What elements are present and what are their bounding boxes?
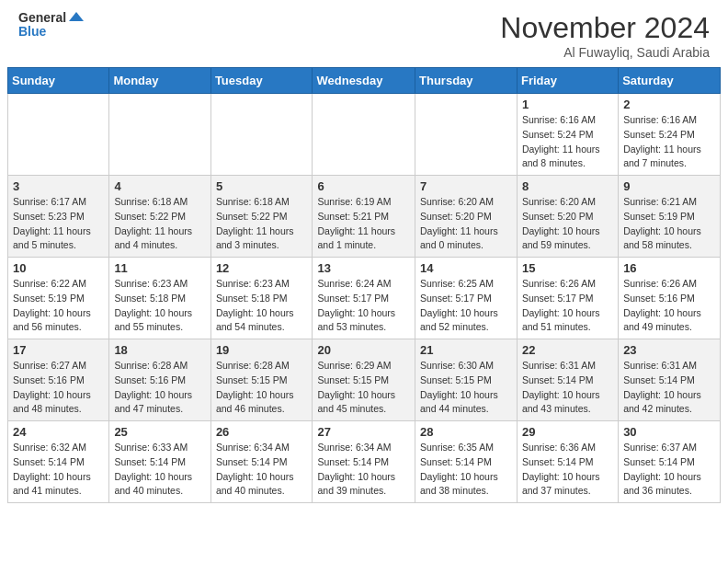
sunset-text: Sunset: 5:19 PM	[13, 293, 85, 304]
daylight-text: Daylight: 10 hours and 56 minutes.	[13, 307, 91, 333]
day-number: 9	[623, 179, 715, 193]
col-sunday: Sunday	[8, 68, 109, 94]
sunrise-text: Sunrise: 6:24 AM	[317, 278, 391, 289]
calendar-cell: 4 Sunrise: 6:18 AM Sunset: 5:22 PM Dayli…	[109, 176, 210, 258]
day-number: 1	[522, 98, 613, 111]
calendar-cell: 28 Sunrise: 6:35 AM Sunset: 5:14 PM Dayl…	[415, 421, 518, 503]
sunset-text: Sunset: 5:14 PM	[522, 456, 594, 467]
day-number: 20	[317, 343, 410, 357]
daylight-text: Daylight: 10 hours and 39 minutes.	[317, 471, 395, 497]
day-number: 23	[623, 343, 715, 357]
sunset-text: Sunset: 5:15 PM	[317, 374, 389, 385]
day-number: 12	[216, 261, 308, 275]
sunset-text: Sunset: 5:24 PM	[623, 129, 695, 140]
sunset-text: Sunset: 5:17 PM	[317, 293, 389, 304]
day-info: Sunrise: 6:26 AM Sunset: 5:16 PM Dayligh…	[623, 277, 715, 335]
day-info: Sunrise: 6:25 AM Sunset: 5:17 PM Dayligh…	[420, 277, 512, 335]
daylight-text: Daylight: 10 hours and 44 minutes.	[420, 389, 498, 415]
day-number: 19	[216, 343, 308, 357]
day-number: 5	[216, 179, 308, 193]
calendar-cell: 3 Sunrise: 6:17 AM Sunset: 5:23 PM Dayli…	[8, 176, 109, 258]
daylight-text: Daylight: 11 hours and 3 minutes.	[216, 225, 294, 251]
daylight-text: Daylight: 11 hours and 1 minute.	[317, 225, 395, 251]
col-friday: Friday	[517, 68, 618, 94]
daylight-text: Daylight: 10 hours and 36 minutes.	[623, 471, 701, 497]
day-number: 29	[522, 425, 613, 439]
day-info: Sunrise: 6:33 AM Sunset: 5:14 PM Dayligh…	[114, 441, 205, 499]
sunrise-text: Sunrise: 6:16 AM	[522, 114, 596, 125]
sunset-text: Sunset: 5:14 PM	[623, 456, 695, 467]
sunset-text: Sunset: 5:14 PM	[216, 456, 288, 467]
daylight-text: Daylight: 11 hours and 4 minutes.	[114, 225, 192, 251]
calendar-cell: 14 Sunrise: 6:25 AM Sunset: 5:17 PM Dayl…	[415, 258, 518, 339]
day-info: Sunrise: 6:22 AM Sunset: 5:19 PM Dayligh…	[13, 277, 104, 335]
daylight-text: Daylight: 11 hours and 8 minutes.	[522, 144, 600, 169]
calendar-cell: 16 Sunrise: 6:26 AM Sunset: 5:16 PM Dayl…	[619, 258, 721, 339]
sunrise-text: Sunrise: 6:26 AM	[623, 278, 697, 289]
daylight-text: Daylight: 10 hours and 42 minutes.	[623, 389, 701, 415]
day-number: 16	[623, 261, 715, 275]
sunrise-text: Sunrise: 6:28 AM	[114, 360, 188, 371]
day-number: 6	[317, 179, 410, 193]
daylight-text: Daylight: 11 hours and 7 minutes.	[623, 144, 701, 169]
month-title: November 2024	[500, 11, 710, 45]
calendar-cell: 30 Sunrise: 6:37 AM Sunset: 5:14 PM Dayl…	[619, 421, 721, 503]
calendar-cell	[313, 94, 415, 176]
daylight-text: Daylight: 10 hours and 43 minutes.	[522, 389, 600, 415]
day-info: Sunrise: 6:35 AM Sunset: 5:14 PM Dayligh…	[420, 441, 512, 499]
sunrise-text: Sunrise: 6:33 AM	[114, 442, 188, 453]
day-number: 28	[420, 425, 512, 439]
daylight-text: Daylight: 10 hours and 48 minutes.	[13, 389, 91, 415]
sunrise-text: Sunrise: 6:18 AM	[216, 196, 290, 207]
sunset-text: Sunset: 5:15 PM	[420, 374, 492, 385]
day-number: 10	[13, 261, 104, 275]
calendar-cell: 12 Sunrise: 6:23 AM Sunset: 5:18 PM Dayl…	[210, 258, 313, 339]
sunset-text: Sunset: 5:22 PM	[216, 211, 288, 222]
day-info: Sunrise: 6:20 AM Sunset: 5:20 PM Dayligh…	[420, 195, 512, 253]
calendar-cell: 7 Sunrise: 6:20 AM Sunset: 5:20 PM Dayli…	[415, 176, 518, 258]
calendar-cell: 15 Sunrise: 6:26 AM Sunset: 5:17 PM Dayl…	[517, 258, 618, 339]
sunset-text: Sunset: 5:14 PM	[623, 374, 695, 385]
day-number: 15	[522, 261, 613, 275]
sunrise-text: Sunrise: 6:36 AM	[522, 442, 596, 453]
sunset-text: Sunset: 5:22 PM	[114, 211, 186, 222]
daylight-text: Daylight: 10 hours and 38 minutes.	[420, 471, 498, 497]
calendar-cell: 10 Sunrise: 6:22 AM Sunset: 5:19 PM Dayl…	[8, 258, 109, 339]
day-number: 14	[420, 261, 512, 275]
sunset-text: Sunset: 5:19 PM	[623, 211, 695, 222]
day-info: Sunrise: 6:23 AM Sunset: 5:18 PM Dayligh…	[216, 277, 308, 335]
daylight-text: Daylight: 10 hours and 40 minutes.	[216, 471, 294, 497]
day-info: Sunrise: 6:20 AM Sunset: 5:20 PM Dayligh…	[522, 195, 613, 253]
calendar-cell	[415, 94, 518, 176]
page-header: General Blue November 2024 Al Fuwayliq, …	[0, 0, 728, 67]
sunrise-text: Sunrise: 6:30 AM	[420, 360, 494, 371]
calendar-cell: 6 Sunrise: 6:19 AM Sunset: 5:21 PM Dayli…	[313, 176, 415, 258]
sunset-text: Sunset: 5:14 PM	[13, 456, 85, 467]
day-number: 21	[420, 343, 512, 357]
day-info: Sunrise: 6:18 AM Sunset: 5:22 PM Dayligh…	[216, 195, 308, 253]
day-info: Sunrise: 6:28 AM Sunset: 5:15 PM Dayligh…	[216, 359, 308, 417]
day-info: Sunrise: 6:21 AM Sunset: 5:19 PM Dayligh…	[623, 195, 715, 253]
sunrise-text: Sunrise: 6:31 AM	[522, 360, 596, 371]
day-number: 18	[114, 343, 205, 357]
calendar-cell	[8, 94, 109, 176]
logo-general-text: General	[18, 11, 84, 25]
sunset-text: Sunset: 5:21 PM	[317, 211, 389, 222]
col-thursday: Thursday	[415, 68, 518, 94]
sunset-text: Sunset: 5:16 PM	[114, 374, 186, 385]
col-wednesday: Wednesday	[313, 68, 415, 94]
day-info: Sunrise: 6:23 AM Sunset: 5:18 PM Dayligh…	[114, 277, 205, 335]
sunrise-text: Sunrise: 6:27 AM	[13, 360, 86, 371]
day-number: 3	[13, 179, 104, 193]
sunrise-text: Sunrise: 6:23 AM	[114, 278, 188, 289]
day-info: Sunrise: 6:16 AM Sunset: 5:24 PM Dayligh…	[623, 113, 715, 171]
calendar-cell: 19 Sunrise: 6:28 AM Sunset: 5:15 PM Dayl…	[210, 339, 313, 421]
sunset-text: Sunset: 5:15 PM	[216, 374, 288, 385]
day-number: 2	[623, 98, 715, 111]
sunrise-text: Sunrise: 6:17 AM	[13, 196, 86, 207]
daylight-text: Daylight: 10 hours and 40 minutes.	[114, 471, 192, 497]
daylight-text: Daylight: 10 hours and 41 minutes.	[13, 471, 91, 497]
day-info: Sunrise: 6:37 AM Sunset: 5:14 PM Dayligh…	[623, 441, 715, 499]
day-info: Sunrise: 6:26 AM Sunset: 5:17 PM Dayligh…	[522, 277, 613, 335]
calendar-cell: 1 Sunrise: 6:16 AM Sunset: 5:24 PM Dayli…	[517, 94, 618, 176]
